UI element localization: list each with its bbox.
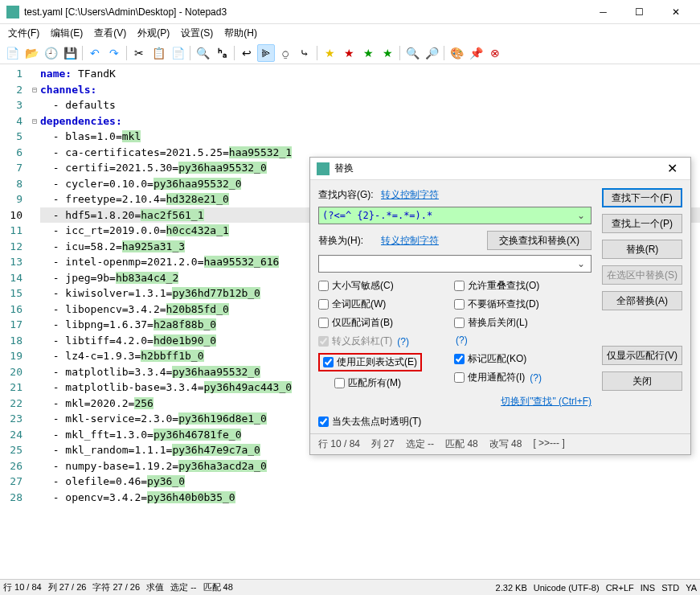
menubar: 文件(F) 编辑(E) 查看(V) 外观(P) 设置(S) 帮助(H) — [0, 24, 700, 42]
menu-view[interactable]: 查看(V) — [89, 25, 131, 42]
mark-checkbox[interactable]: 标记匹配(KO) — [454, 352, 542, 366]
replace-label: 替换为(H): — [318, 234, 375, 248]
app-icon — [6, 6, 19, 18]
escape-link-2[interactable]: 转义控制字符 — [381, 234, 439, 248]
open-icon[interactable]: 📂 — [23, 44, 40, 62]
regex-checkbox[interactable]: 使用正则表达式(E) — [323, 355, 417, 369]
wrap-checkbox[interactable]: 不要循环查找(D) — [454, 298, 542, 311]
word-checkbox[interactable]: 全词匹配(W) — [318, 298, 422, 311]
swap-button[interactable]: 交换查找和替换(X) — [487, 231, 592, 250]
find-input[interactable]: (?<=^ {2}-.*=.*=).* ⌄ — [318, 207, 592, 224]
closeafter-checkbox[interactable]: 替换后关闭(L) — [454, 316, 542, 330]
close-button[interactable]: 关闭 — [602, 371, 682, 391]
find-label: 查找内容(G): — [318, 188, 375, 202]
history-icon[interactable]: 🕘 — [42, 44, 59, 62]
dialog-icon — [317, 162, 330, 175]
chevron-down-icon[interactable]: ⌄ — [575, 210, 587, 221]
chevron-down-icon[interactable]: ⌄ — [575, 258, 587, 269]
minimize-button[interactable]: ─ — [585, 0, 621, 24]
bookmark-del-icon[interactable]: ★ — [340, 44, 358, 62]
show-match-button[interactable]: 仅显示匹配行(V) — [602, 346, 682, 365]
menu-settings[interactable]: 设置(S) — [176, 25, 218, 42]
escape-link[interactable]: 转义控制字符 — [381, 188, 439, 202]
replace-dialog: 替换 ✕ 查找下一个(F) 查找上一个(P) 替换(R) 在选区中替换(S) 全… — [309, 157, 691, 455]
zoomout-icon[interactable]: 🔎 — [423, 44, 440, 62]
help-icon[interactable]: (?) — [397, 336, 409, 347]
overlap-checkbox[interactable]: 允许重叠查找(O) — [454, 279, 542, 293]
scheme-icon[interactable]: 🎨 — [448, 44, 465, 62]
menu-appearance[interactable]: 外观(P) — [133, 25, 174, 42]
exit-icon[interactable]: ⊗ — [486, 44, 504, 62]
fold-column[interactable]: ⊟⊟ — [29, 64, 40, 579]
bookmark-next-icon[interactable]: ★ — [379, 44, 396, 62]
case-checkbox[interactable]: 大小写敏感(C) — [318, 279, 422, 293]
help-icon[interactable]: (?) — [530, 372, 542, 384]
dotall-checkbox[interactable]: 匹配所有(M) — [334, 376, 422, 390]
guides-icon[interactable]: ⫸ — [257, 44, 275, 62]
bookmark-prev-icon[interactable]: ★ — [359, 44, 377, 62]
copy-icon[interactable]: 📋 — [149, 44, 167, 62]
ontop-icon[interactable]: 📌 — [467, 44, 485, 62]
redo-icon[interactable]: ↷ — [105, 44, 123, 62]
wildcard-checkbox[interactable]: 使用通配符(I)(?) — [454, 371, 542, 384]
maximize-button[interactable]: ☐ — [621, 0, 657, 24]
statusbar: 行 10 / 84 列 27 / 26 字符 27 / 26 求值 选定 -- … — [0, 579, 700, 595]
new-icon[interactable]: 📄 — [3, 44, 21, 62]
dialog-statusbar: 行 10 / 84 列 27 选定 -- 匹配 48 改写 48 [ >>---… — [310, 433, 690, 454]
menu-edit[interactable]: 编辑(E) — [46, 25, 88, 42]
cut-icon[interactable]: ✂ — [130, 44, 148, 62]
close-button[interactable]: ✕ — [657, 0, 694, 24]
replace-all-button[interactable]: 全部替换(A) — [602, 291, 682, 310]
replace-icon[interactable]: ʰₐ — [213, 44, 231, 62]
start-checkbox[interactable]: 仅匹配词首(B) — [318, 316, 422, 330]
undo-icon[interactable]: ↶ — [86, 44, 104, 62]
replace-sel-button[interactable]: 在选区中替换(S) — [602, 265, 682, 285]
save-icon[interactable]: 💾 — [61, 44, 79, 62]
find-icon[interactable]: 🔍 — [194, 44, 211, 62]
dialog-title: 替换 — [334, 162, 354, 175]
menu-help[interactable]: 帮助(H) — [219, 25, 262, 42]
switch-find-link[interactable]: 切换到"查找" (Ctrl+F) — [501, 396, 592, 407]
replace-button[interactable]: 替换(R) — [602, 240, 682, 259]
paste-icon[interactable]: 📄 — [169, 44, 186, 62]
find-next-button[interactable]: 查找下一个(F) — [602, 188, 682, 207]
line-gutter: 1234567891011121314151617181920212223242… — [0, 64, 29, 579]
window-title: test.yaml [C:\Users\Admin\Desktop] - Not… — [24, 6, 585, 18]
find-prev-button[interactable]: 查找上一个(P) — [602, 214, 682, 233]
replace-input[interactable]: ⌄ — [318, 255, 592, 273]
help-icon[interactable]: (?) — [456, 334, 468, 346]
dialog-titlebar: 替换 ✕ — [310, 158, 690, 180]
regex-highlight: 使用正则表达式(E) — [318, 353, 422, 371]
dialog-close-button[interactable]: ✕ — [660, 161, 684, 176]
indent-icon[interactable]: ⤷ — [296, 44, 313, 62]
toolbar: 📄 📂 🕘 💾 ↶ ↷ ✂ 📋 📄 🔍 ʰₐ ↩ ⫸ ⍜ ⤷ ★ ★ ★ ★ 🔍… — [0, 42, 700, 64]
whitespace-icon[interactable]: ⍜ — [276, 44, 294, 62]
escape-checkbox: 转义反斜杠(T)(?) — [318, 334, 422, 348]
titlebar: test.yaml [C:\Users\Admin\Desktop] - Not… — [0, 0, 700, 24]
wordwrap-icon[interactable]: ↩ — [238, 44, 256, 62]
menu-file[interactable]: 文件(F) — [3, 25, 44, 42]
transparent-checkbox[interactable]: 当失去焦点时透明(T) — [318, 415, 592, 429]
zoomin-icon[interactable]: 🔍 — [403, 44, 421, 62]
bookmark-add-icon[interactable]: ★ — [321, 44, 338, 62]
